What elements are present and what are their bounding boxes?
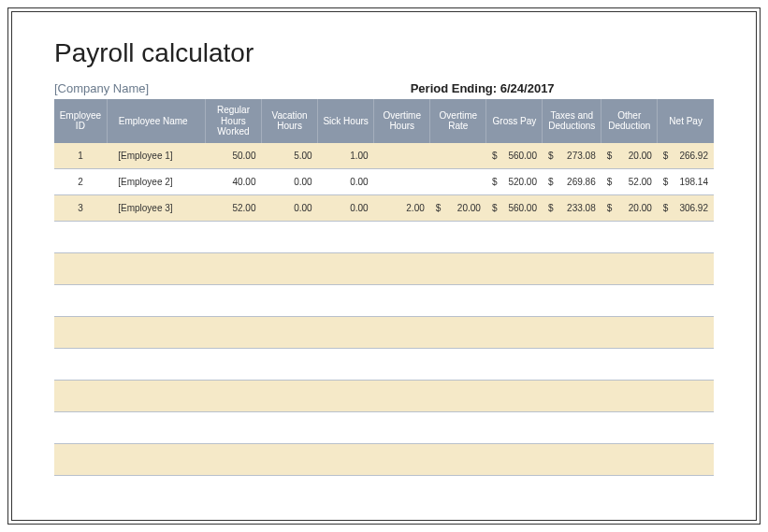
cell-gross-pay: $560.00 — [486, 143, 543, 169]
cell-gross-pay: $520.00 — [486, 169, 543, 195]
cell-regular-hours: 40.00 — [205, 169, 261, 195]
cell-regular-hours: 50.00 — [205, 143, 261, 169]
cell-overtime-hours: 2.00 — [374, 195, 430, 222]
cell-empty — [54, 285, 714, 317]
cell-empty — [54, 381, 714, 412]
table-row: 3[Employee 3]52.000.000.002.00$ 20.00$56… — [54, 195, 714, 222]
table-row — [54, 285, 714, 317]
cell-overtime-rate — [430, 169, 486, 195]
cell-other-ded: $ 52.00 — [601, 169, 658, 195]
cell-net-pay: $306.92 — [658, 195, 714, 222]
outer-frame: Payroll calculator [Company Name] Period… — [7, 7, 761, 525]
col-gross-pay: Gross Pay — [486, 99, 543, 143]
col-overtime-rate: Overtime Rate — [430, 99, 486, 143]
table-row — [54, 412, 714, 444]
col-vacation-hours: Vacation Hours — [262, 99, 318, 143]
cell-overtime-rate: $ 20.00 — [430, 195, 486, 222]
table-row — [54, 317, 714, 349]
table-row — [54, 349, 714, 381]
cell-sick-hours: 0.00 — [318, 169, 374, 195]
cell-employee-name: [Employee 2] — [107, 169, 205, 195]
col-other-ded: Other Deduction — [601, 99, 658, 143]
period-value: 6/24/2017 — [500, 81, 555, 95]
col-regular-hours: Regular Hours Worked — [205, 99, 261, 143]
col-employee-id: Employee ID — [54, 99, 107, 143]
col-employee-name: Employee Name — [107, 99, 205, 143]
table-header: Employee ID Employee Name Regular Hours … — [54, 99, 714, 143]
cell-taxes: $273.08 — [543, 143, 601, 169]
period-ending: Period Ending: 6/24/2017 — [411, 81, 555, 95]
cell-other-ded: $ 20.00 — [601, 143, 658, 169]
cell-regular-hours: 52.00 — [205, 195, 261, 222]
cell-empty — [54, 349, 714, 381]
table-row: 1[Employee 1]50.005.001.00$560.00$273.08… — [54, 143, 714, 169]
cell-empty — [54, 253, 714, 285]
table-row — [54, 253, 714, 285]
page-title: Payroll calculator — [54, 38, 714, 68]
col-taxes: Taxes and Deductions — [543, 99, 601, 143]
table-row — [54, 444, 714, 476]
cell-empty — [54, 222, 714, 253]
cell-taxes: $233.08 — [543, 195, 601, 222]
cell-vacation-hours: 0.00 — [262, 195, 318, 222]
cell-empty — [54, 444, 714, 476]
document-frame: Payroll calculator [Company Name] Period… — [11, 11, 757, 521]
table-row: 2[Employee 2]40.000.000.00$520.00$269.86… — [54, 169, 714, 195]
table-row — [54, 222, 714, 253]
cell-gross-pay: $560.00 — [486, 195, 543, 222]
cell-sick-hours: 1.00 — [318, 143, 374, 169]
cell-employee-name: [Employee 3] — [107, 195, 205, 222]
col-sick-hours: Sick Hours — [318, 99, 374, 143]
cell-overtime-rate — [430, 143, 486, 169]
period-label: Period Ending: — [411, 81, 497, 95]
cell-vacation-hours: 0.00 — [262, 169, 318, 195]
meta-row: [Company Name] Period Ending: 6/24/2017 — [54, 81, 714, 95]
cell-employee-name: [Employee 1] — [107, 143, 205, 169]
cell-other-ded: $ 20.00 — [601, 195, 658, 222]
cell-overtime-hours — [374, 143, 430, 169]
col-net-pay: Net Pay — [658, 99, 714, 143]
cell-employee-id: 1 — [54, 143, 107, 169]
cell-taxes: $269.86 — [543, 169, 601, 195]
table-body: 1[Employee 1]50.005.001.00$560.00$273.08… — [54, 143, 714, 476]
cell-sick-hours: 0.00 — [318, 195, 374, 222]
cell-vacation-hours: 5.00 — [262, 143, 318, 169]
cell-employee-id: 2 — [54, 169, 107, 195]
cell-employee-id: 3 — [54, 195, 107, 222]
company-name: [Company Name] — [54, 81, 411, 95]
cell-overtime-hours — [374, 169, 430, 195]
payroll-table: Employee ID Employee Name Regular Hours … — [54, 99, 714, 476]
cell-net-pay: $266.92 — [658, 143, 714, 169]
col-overtime-hours: Overtime Hours — [374, 99, 430, 143]
cell-net-pay: $198.14 — [658, 169, 714, 195]
cell-empty — [54, 412, 714, 444]
cell-empty — [54, 317, 714, 349]
table-row — [54, 381, 714, 412]
